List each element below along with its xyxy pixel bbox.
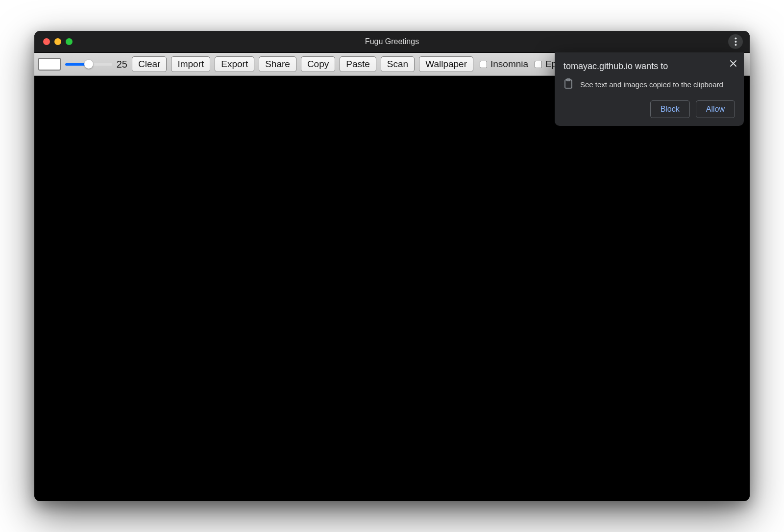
close-icon <box>730 60 736 67</box>
prompt-permission-text: See text and images copied to the clipbo… <box>580 80 723 89</box>
brush-size-slider[interactable] <box>65 60 112 69</box>
permission-prompt: tomayac.github.io wants to See text and … <box>555 52 744 126</box>
svg-point-0 <box>735 38 736 40</box>
paste-button[interactable]: Paste <box>340 56 376 72</box>
color-picker[interactable] <box>38 58 61 71</box>
scan-button[interactable]: Scan <box>381 56 415 72</box>
overflow-menu-button[interactable] <box>728 34 743 49</box>
insomnia-label: Insomnia <box>490 59 528 70</box>
svg-point-2 <box>735 44 736 46</box>
copy-button[interactable]: Copy <box>301 56 335 72</box>
window-close-button[interactable] <box>43 38 50 45</box>
block-button[interactable]: Block <box>650 100 690 118</box>
allow-button[interactable]: Allow <box>696 100 735 118</box>
prompt-close-button[interactable] <box>727 57 739 69</box>
window-traffic-lights <box>34 38 73 45</box>
wallpaper-button[interactable]: Wallpaper <box>419 56 473 72</box>
import-button[interactable]: Import <box>171 56 210 72</box>
export-button[interactable]: Export <box>215 56 254 72</box>
titlebar: Fugu Greetings <box>34 31 750 53</box>
brush-size-value: 25 <box>116 59 127 70</box>
insomnia-checkbox[interactable] <box>480 61 487 68</box>
window-minimize-button[interactable] <box>54 38 61 45</box>
clear-button[interactable]: Clear <box>132 56 167 72</box>
clipboard-icon <box>564 78 573 91</box>
svg-point-1 <box>735 41 736 43</box>
window-title: Fugu Greetings <box>34 37 750 46</box>
insomnia-toggle[interactable]: Insomnia <box>478 59 528 70</box>
app-window: Fugu Greetings 25 Clear Import Export S <box>34 31 750 501</box>
prompt-wants-to: wants to <box>635 61 668 71</box>
drawing-canvas[interactable] <box>34 76 750 501</box>
kebab-icon <box>735 37 737 46</box>
window-zoom-button[interactable] <box>66 38 73 45</box>
share-button[interactable]: Share <box>259 56 296 72</box>
ephemeral-checkbox[interactable] <box>535 61 542 68</box>
prompt-actions: Block Allow <box>564 100 735 118</box>
prompt-permission-row: See text and images copied to the clipbo… <box>564 78 735 91</box>
prompt-origin: tomayac.github.io <box>564 61 633 71</box>
prompt-title: tomayac.github.io wants to <box>564 61 723 72</box>
